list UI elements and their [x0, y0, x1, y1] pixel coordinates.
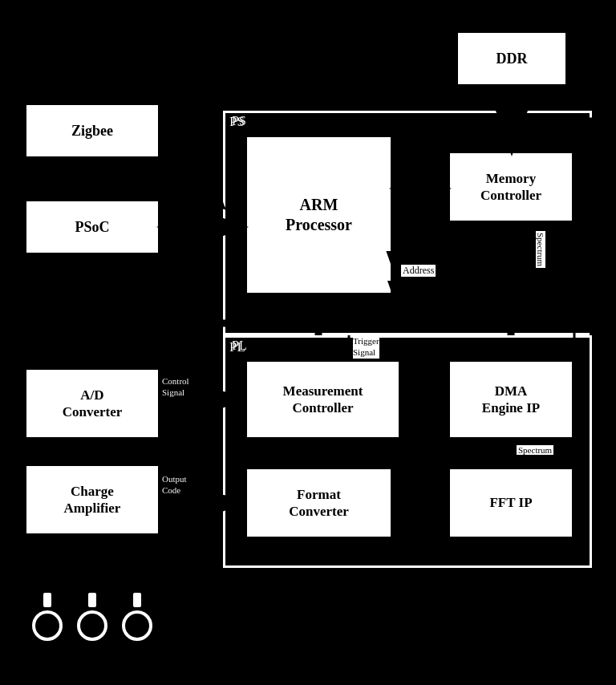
format-converter-block: Format Converter	[245, 467, 393, 539]
sensor-pin-1	[43, 593, 51, 607]
ps-region-label: PS	[229, 114, 245, 130]
arm-processor-block: ARM Processor	[245, 135, 393, 295]
spectrum-top-label: Spectrum	[536, 231, 545, 268]
sensor-circle-3	[122, 610, 152, 641]
diagram-container: PS PL DDR Zigbee PSoC A/D Converter Char…	[0, 0, 616, 685]
pl-region-label: PL	[229, 339, 245, 355]
output-code-label: OutputCode	[162, 473, 187, 497]
sensor-2	[77, 593, 107, 641]
charge-amplifier-block: Charge Amplifier	[24, 464, 160, 536]
sensor-3	[122, 593, 152, 641]
measurement-controller-block: Measurement Controller	[245, 359, 401, 440]
address-label: Address	[401, 265, 436, 277]
sensor-pin-2	[88, 593, 96, 607]
control-signal-label: ControlSignal	[162, 375, 189, 399]
spectrum-mid-label: Spectrum	[517, 445, 553, 455]
ddr-block: DDR	[456, 30, 568, 87]
ad-converter-block: A/D Converter	[24, 367, 160, 440]
sensor-1	[32, 593, 63, 641]
memory-controller-block: Memory Controller	[448, 151, 574, 223]
trigger-signal-label: TriggerSignal	[353, 335, 379, 359]
fft-ip-block: FFT IP	[448, 467, 574, 539]
sensor-circle-2	[77, 610, 107, 641]
sensor-pin-3	[133, 593, 141, 607]
psoc-block: PSoC	[24, 199, 160, 255]
dma-engine-block: DMA Engine IP	[448, 359, 574, 440]
zigbee-block: Zigbee	[24, 103, 160, 159]
svg-line-7	[160, 131, 225, 209]
sensor-group	[32, 593, 152, 641]
sensor-circle-1	[32, 610, 63, 641]
